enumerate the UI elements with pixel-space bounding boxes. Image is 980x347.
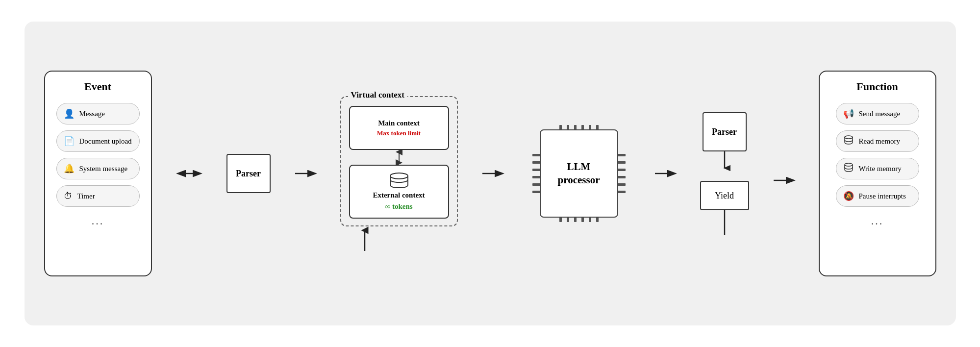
cpu-pins-right [618,154,626,193]
arrow-parser-vc [293,168,318,179]
event-item-system: 🔔 System message [56,158,140,179]
function-dots: ... [871,215,884,227]
pin-r4 [618,176,626,178]
write-memory-icon [843,163,854,175]
document-icon: 📄 [64,136,75,147]
inf-tokens-label: ∞ tokens [385,202,412,211]
virtual-context-box: Virtual context Main context Max token l… [340,96,458,226]
svg-point-3 [390,173,408,179]
llm-processor: LLMprocessor [528,117,630,230]
yield-down-arrow [719,210,730,235]
external-context-box: External context ∞ tokens [349,165,449,219]
virtual-context-area: Virtual context Main context Max token l… [340,96,458,251]
read-memory-icon [843,135,854,148]
pin-r5 [618,183,626,186]
yield-box: Yield [700,181,749,210]
pin-l5 [532,183,540,186]
svg-point-10 [845,136,853,139]
send-label: Send message [859,110,901,118]
event-title: Event [84,80,111,93]
pin-r3 [618,169,626,171]
parser-to-yield-arrow [719,151,730,171]
up-arrow-svg [350,226,379,251]
database-icon [388,173,410,188]
timer-label: Timer [77,192,95,200]
document-label: Document upload [79,137,132,146]
main-context-box: Main context Max token limit [349,106,449,150]
pause-icon: 🔕 [843,191,854,201]
event-box: Event 👤 Message 📄 Document upload 🔔 Syst… [44,71,152,276]
diagram-container: Event 👤 Message 📄 Document upload 🔔 Syst… [25,22,956,325]
arrow-llm-parser [653,168,678,179]
cpu-pins-left [532,154,540,193]
external-context-title: External context [373,191,425,199]
yield-label: Yield [715,191,734,201]
timer-icon: ⏱ [64,191,73,201]
write-memory-label: Write memory [859,165,902,173]
pause-label: Pause interrupts [859,192,906,200]
function-item-send: 📢 Send message [836,103,919,124]
function-box: Function 📢 Send message Read memory [819,71,936,276]
parser-left-label: Parser [236,169,261,179]
function-title: Function [856,80,898,93]
event-item-timer: ⏱ Timer [56,185,140,207]
parser-right: Parser [703,112,747,151]
pin-r2 [618,161,626,164]
send-icon: 📢 [843,108,854,119]
vc-title: Virtual context [348,90,407,100]
pin-r1 [618,154,626,156]
bottom-up-arrow-area [340,226,458,251]
vc-inner-arrow [349,150,449,165]
message-label: Message [79,110,105,118]
pin-l4 [532,176,540,178]
pin-l1 [532,154,540,156]
pin-r6 [618,191,626,193]
function-item-pause: 🔕 Pause interrupts [836,185,919,207]
arrow-event-parser [175,168,204,179]
llm-text: LLMprocessor [558,160,600,187]
parser-yield-area: Parser Yield [700,112,749,235]
pin-l3 [532,169,540,171]
event-item-document: 📄 Document upload [56,130,140,152]
message-icon: 👤 [64,108,75,119]
svg-point-11 [845,163,853,166]
parser-left: Parser [226,154,271,193]
event-dots: ... [92,215,104,227]
arrow-parser-func [772,161,796,186]
max-token-label: Max token limit [377,129,421,137]
arrow-vc-llm [480,168,505,179]
parser-right-label: Parser [712,127,737,137]
system-label: System message [79,165,128,173]
main-context-title: Main context [378,119,420,127]
llm-label: LLMprocessor [540,129,618,218]
read-memory-label: Read memory [859,137,901,146]
event-item-message: 👤 Message [56,103,140,124]
function-item-write: Write memory [836,158,919,179]
pin-l2 [532,161,540,164]
pin-l6 [532,191,540,193]
system-icon: 🔔 [64,163,75,174]
function-item-read: Read memory [836,130,919,152]
